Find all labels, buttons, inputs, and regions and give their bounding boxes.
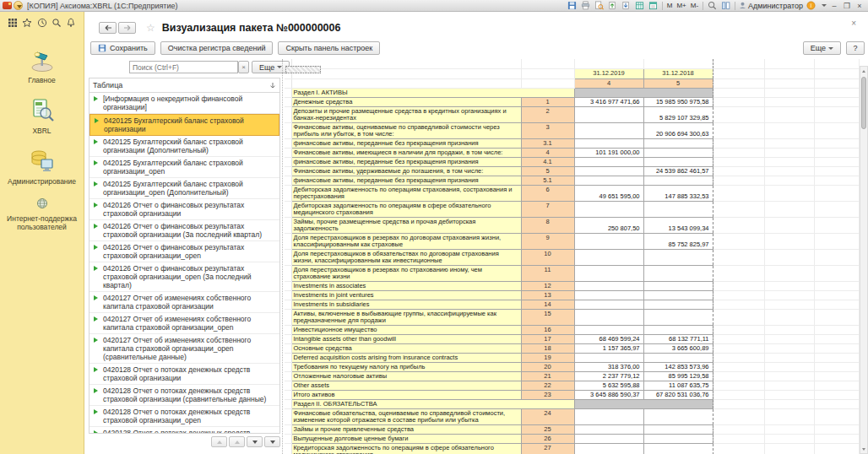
- row-gutter-cell[interactable]: [285, 362, 291, 371]
- empty-cell[interactable]: [764, 390, 814, 399]
- empty-cell[interactable]: [713, 122, 764, 138]
- row-label-cell[interactable]: Investments in subsidiaries: [291, 300, 521, 309]
- empty-cell[interactable]: [764, 309, 814, 325]
- service-info-button[interactable]: i: [806, 1, 816, 11]
- notifications-icon[interactable]: [65, 17, 77, 29]
- row-code-cell[interactable]: 17: [521, 334, 574, 343]
- search-clear-button[interactable]: ×: [238, 61, 249, 73]
- column-number-1[interactable]: 4: [574, 78, 643, 88]
- row-gutter-cell[interactable]: [285, 424, 291, 434]
- value-2019-cell[interactable]: [574, 325, 643, 334]
- move-top-button[interactable]: [211, 436, 227, 447]
- row-code-cell[interactable]: 20: [521, 362, 574, 371]
- value-2019-cell[interactable]: 250 807,50: [574, 217, 643, 233]
- value-2019-cell[interactable]: 1 157 365,97: [574, 343, 643, 353]
- list-column-header[interactable]: Таблица: [90, 78, 279, 93]
- row-label-cell[interactable]: Кредиторская задолженность по операциям …: [291, 443, 521, 454]
- empty-cell[interactable]: [814, 97, 859, 106]
- empty-cell[interactable]: [814, 434, 859, 443]
- value-2019-cell[interactable]: [574, 122, 643, 138]
- row-gutter-cell[interactable]: [285, 399, 291, 408]
- empty-cell[interactable]: [814, 443, 859, 454]
- value-2019-cell[interactable]: [574, 106, 643, 122]
- empty-cell[interactable]: [814, 166, 859, 176]
- row-label-cell[interactable]: финансовые активы, переданные без прекра…: [291, 157, 521, 166]
- value-2019-cell[interactable]: [574, 233, 643, 249]
- empty-cell[interactable]: [814, 249, 859, 265]
- calendar-icon[interactable]: [648, 1, 659, 11]
- move-bottom-button[interactable]: [264, 436, 280, 447]
- value-2019-cell[interactable]: [574, 290, 643, 300]
- empty-cell[interactable]: [713, 249, 764, 265]
- row-code-cell[interactable]: 26: [521, 434, 574, 443]
- list-item[interactable]: 0420126 Отчет о финансовых результатах с…: [90, 199, 279, 220]
- empty-cell[interactable]: [814, 309, 859, 325]
- row-label-cell[interactable]: Other assets: [291, 381, 521, 390]
- value-2019-cell[interactable]: [574, 249, 643, 265]
- row-code-cell[interactable]: 4: [521, 148, 574, 157]
- empty-cell[interactable]: [814, 300, 859, 309]
- value-2019-cell[interactable]: 3 416 977 471,66: [574, 97, 643, 106]
- list-item[interactable]: 0420127 Отчет об изменениях собственного…: [90, 313, 279, 334]
- empty-cell[interactable]: [764, 371, 814, 381]
- row-gutter-cell[interactable]: [285, 88, 291, 97]
- empty-cell[interactable]: [713, 334, 764, 343]
- row-label-cell[interactable]: Итого активов: [291, 390, 521, 399]
- row-label-cell[interactable]: Инвестиционное имущество: [291, 325, 521, 334]
- list-item[interactable]: 0420127 Отчет об изменениях собственного…: [90, 334, 279, 364]
- value-2018-cell[interactable]: [643, 290, 713, 300]
- empty-cell[interactable]: [764, 157, 814, 166]
- row-label-cell[interactable]: Займы и прочие привлеченные средства: [291, 424, 521, 434]
- empty-cell[interactable]: [814, 371, 859, 381]
- row-label-cell[interactable]: Investments in associates: [291, 281, 521, 290]
- empty-cell[interactable]: [764, 443, 814, 454]
- row-code-cell[interactable]: 27: [521, 443, 574, 454]
- row-code-cell[interactable]: 21: [521, 371, 574, 381]
- value-2018-cell[interactable]: 147 885 332,53: [643, 185, 713, 201]
- empty-cell[interactable]: [713, 185, 764, 201]
- empty-cell[interactable]: [764, 166, 814, 176]
- value-2018-cell[interactable]: [643, 443, 713, 454]
- row-code-cell[interactable]: 10: [521, 249, 574, 265]
- row-label-cell[interactable]: Investments in joint ventures: [291, 290, 521, 300]
- row-label-cell[interactable]: Дебиторская задолженность по операциям в…: [291, 201, 521, 217]
- cell-cursor[interactable]: [285, 66, 321, 73]
- value-2019-cell[interactable]: [574, 300, 643, 309]
- empty-cell[interactable]: [814, 290, 859, 300]
- section-fill-cell[interactable]: [574, 399, 713, 408]
- memory-mminus-button[interactable]: M-: [690, 2, 699, 9]
- empty-cell[interactable]: [764, 122, 814, 138]
- value-2019-cell[interactable]: [574, 434, 643, 443]
- post-icon[interactable]: [607, 1, 618, 11]
- apps-grid-icon[interactable]: [7, 17, 19, 29]
- preview-icon[interactable]: [594, 1, 605, 11]
- empty-cell[interactable]: [814, 281, 859, 290]
- empty-cell[interactable]: [713, 443, 764, 454]
- column-number-2[interactable]: 5: [643, 78, 713, 88]
- forward-button[interactable]: [118, 22, 136, 34]
- empty-cell[interactable]: [713, 399, 764, 408]
- empty-cell[interactable]: [713, 138, 764, 148]
- empty-cell[interactable]: [814, 390, 859, 399]
- row-label-cell[interactable]: Депозиты и прочие размещенные средства в…: [291, 106, 521, 122]
- row-gutter-cell[interactable]: [285, 371, 291, 381]
- row-code-cell[interactable]: 18: [521, 343, 574, 353]
- row-gutter-cell[interactable]: [285, 176, 291, 185]
- row-code-cell[interactable]: 6: [521, 185, 574, 201]
- empty-cell[interactable]: [764, 381, 814, 390]
- row-label-cell[interactable]: Дебиторская задолженность по операциям с…: [291, 185, 521, 201]
- print-icon[interactable]: [580, 1, 591, 11]
- empty-cell[interactable]: [764, 148, 814, 157]
- row-code-cell[interactable]: 19: [521, 353, 574, 362]
- empty-cell[interactable]: [764, 434, 814, 443]
- row-gutter-cell[interactable]: [285, 97, 291, 106]
- row-code-cell[interactable]: 25: [521, 424, 574, 434]
- value-2018-cell[interactable]: [643, 281, 713, 290]
- empty-cell[interactable]: [814, 106, 859, 122]
- empty-cell[interactable]: [764, 106, 814, 122]
- empty-cell[interactable]: [764, 334, 814, 343]
- value-2018-cell[interactable]: 5 829 107 329,85: [643, 106, 713, 122]
- row-code-cell[interactable]: 3.1: [521, 138, 574, 148]
- chevron-down-icon[interactable]: [822, 4, 827, 7]
- row-code-cell[interactable]: 13: [521, 290, 574, 300]
